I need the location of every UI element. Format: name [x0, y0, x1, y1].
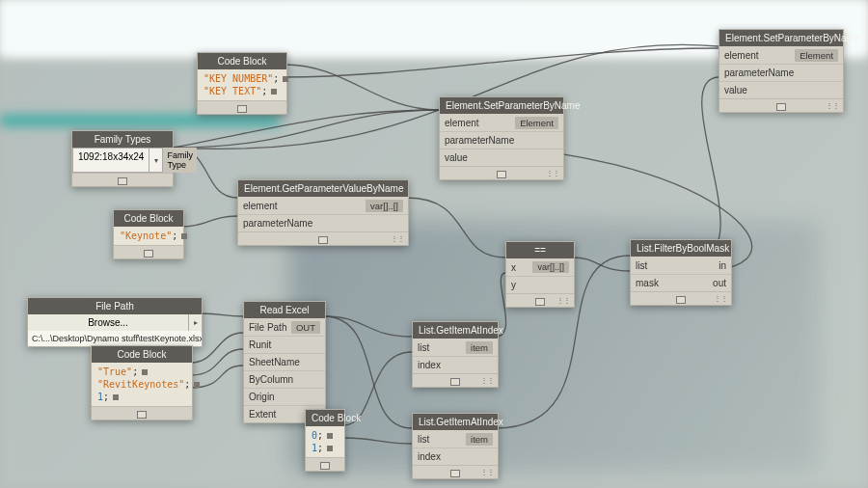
node-get-parameter[interactable]: Element.GetParameterValueByName element …	[237, 179, 409, 246]
input-port-label[interactable]: list	[418, 342, 429, 353]
output-port-label[interactable]: OUT	[291, 321, 320, 334]
lacing-icon[interactable]: ⋮⋮	[480, 376, 494, 385]
code-editor[interactable]: 0; 1;	[306, 426, 344, 457]
lacing-icon[interactable]: ⋮⋮	[714, 294, 727, 303]
node-footer	[306, 457, 344, 471]
input-port-label[interactable]: parameterName	[243, 218, 312, 229]
node-code-block-2[interactable]: Code Block "Keynote";	[113, 209, 184, 259]
node-title[interactable]: Element.SetParameterByName	[440, 97, 563, 114]
node-title[interactable]: Code Block	[92, 346, 192, 363]
input-port-label[interactable]: element	[445, 118, 479, 128]
node-footer: ⋮⋮	[506, 293, 574, 307]
output-port-label[interactable]: var[]..[]	[366, 200, 403, 212]
node-title[interactable]: List.FilterByBoolMask	[631, 240, 731, 257]
input-port-label[interactable]: File Path	[249, 322, 286, 333]
node-footer	[198, 100, 286, 114]
node-get-item-1[interactable]: List.GetItemAtIndex list item index ⋮⋮	[412, 321, 499, 388]
node-title[interactable]: List.GetItemAtIndex	[413, 322, 498, 339]
expand-preview-icon[interactable]	[450, 470, 460, 477]
node-title[interactable]: Element.SetParameterByName	[719, 30, 843, 46]
output-port-label[interactable]: Element	[795, 49, 838, 62]
node-title[interactable]: Element.GetParameterValueByName	[238, 180, 408, 197]
node-title[interactable]: Read Excel	[244, 302, 325, 318]
expand-preview-icon[interactable]	[676, 296, 686, 304]
input-port-label[interactable]: y	[511, 280, 516, 290]
node-footer: ⋮⋮	[238, 231, 408, 245]
expand-preview-icon[interactable]	[450, 378, 460, 386]
family-type-dropdown[interactable]: 1092:18x34x24 ▾	[72, 148, 163, 173]
lacing-icon[interactable]: ⋮⋮	[546, 169, 559, 177]
node-code-block-4[interactable]: Code Block 0; 1;	[305, 409, 345, 472]
node-title[interactable]: ==	[506, 242, 574, 258]
node-set-parameter-2[interactable]: Element.SetParameterByName element Eleme…	[719, 29, 844, 113]
expand-preview-icon[interactable]	[144, 250, 153, 258]
node-title[interactable]: Code Block	[306, 410, 344, 426]
node-title[interactable]: Code Block	[198, 53, 286, 69]
node-title[interactable]: Code Block	[114, 210, 183, 227]
node-footer: ⋮⋮	[413, 373, 498, 387]
output-port-label[interactable]: item	[466, 341, 493, 354]
input-port-label[interactable]: index	[418, 360, 441, 370]
node-code-block-1[interactable]: Code Block "KEY NUMBER"; "KEY TEXT";	[197, 52, 287, 115]
node-family-types[interactable]: Family Types 1092:18x34x24 ▾ Family Type	[71, 130, 174, 187]
node-footer	[114, 245, 183, 258]
code-editor[interactable]: "True"; "RevitKeynotes"; 1;	[92, 363, 192, 406]
expand-preview-icon[interactable]	[237, 105, 247, 113]
input-port-label[interactable]: Runit	[249, 339, 271, 350]
output-port-label[interactable]: Element	[515, 117, 558, 129]
lacing-icon[interactable]: ⋮⋮	[480, 468, 494, 476]
node-title[interactable]: Family Types	[72, 131, 173, 148]
expand-preview-icon[interactable]	[137, 411, 147, 419]
lacing-icon[interactable]: ⋮⋮	[556, 296, 570, 305]
input-port-label[interactable]: Origin	[249, 392, 275, 402]
output-port-label: Family Type	[163, 148, 197, 173]
node-title[interactable]: File Path	[28, 298, 202, 314]
code-editor[interactable]: "KEY NUMBER"; "KEY TEXT";	[198, 69, 286, 100]
output-port-label[interactable]: out	[713, 278, 726, 288]
lacing-icon[interactable]: ⋮⋮	[826, 101, 839, 110]
browse-button[interactable]: Browse... ▸	[28, 314, 202, 331]
input-port-label[interactable]: parameterName	[445, 135, 514, 146]
input-port-label[interactable]: ByColumn	[249, 374, 293, 385]
chevron-right-icon[interactable]: ▸	[188, 314, 202, 331]
input-port-label[interactable]: value	[445, 152, 468, 163]
output-port-label[interactable]: var[]..[]	[532, 261, 569, 273]
expand-preview-icon[interactable]	[535, 298, 545, 306]
input-port-label[interactable]: value	[724, 85, 747, 95]
expand-preview-icon[interactable]	[318, 236, 328, 244]
lacing-icon[interactable]: ⋮⋮	[391, 234, 404, 243]
node-equals[interactable]: == x var[]..[] y ⋮⋮	[505, 241, 575, 308]
input-port-label[interactable]: SheetName	[249, 357, 300, 367]
output-port-label[interactable]: item	[466, 433, 493, 446]
input-port-label[interactable]: element	[724, 50, 759, 61]
node-footer	[92, 406, 192, 420]
node-footer	[72, 173, 173, 186]
expand-preview-icon[interactable]	[776, 103, 786, 111]
expand-preview-icon[interactable]	[497, 171, 506, 178]
node-read-excel[interactable]: Read Excel File Path OUT Runit SheetName…	[243, 301, 326, 423]
node-footer: ⋮⋮	[719, 98, 843, 112]
input-port-label[interactable]: mask	[636, 278, 659, 288]
expand-preview-icon[interactable]	[320, 462, 330, 470]
file-path-value: C:\...\Desktop\Dynamo stuff\testKeynote.…	[28, 331, 202, 346]
input-port-label[interactable]: list	[636, 260, 647, 271]
input-port-label[interactable]: Extent	[249, 409, 276, 420]
node-get-item-2[interactable]: List.GetItemAtIndex list item index ⋮⋮	[412, 413, 499, 479]
node-file-path[interactable]: File Path Browse... ▸ C:\...\Desktop\Dyn…	[27, 297, 203, 347]
node-footer: ⋮⋮	[440, 166, 563, 179]
input-port-label[interactable]: index	[418, 451, 441, 462]
input-port-label[interactable]: element	[243, 201, 278, 211]
input-port-label[interactable]: parameterName	[724, 68, 794, 78]
code-editor[interactable]: "Keynote";	[114, 227, 183, 245]
output-port-label[interactable]: in	[719, 260, 726, 271]
input-port-label[interactable]: x	[511, 262, 516, 273]
node-filter-by-bool-mask[interactable]: List.FilterByBoolMask list in mask out ⋮…	[630, 239, 732, 306]
node-footer: ⋮⋮	[631, 291, 731, 305]
expand-preview-icon[interactable]	[118, 177, 127, 185]
node-code-block-3[interactable]: Code Block "True"; "RevitKeynotes"; 1;	[91, 345, 193, 420]
chevron-down-icon[interactable]: ▾	[149, 149, 162, 172]
node-title[interactable]: List.GetItemAtIndex	[413, 414, 498, 430]
input-port-label[interactable]: list	[418, 434, 429, 445]
node-set-parameter-1[interactable]: Element.SetParameterByName element Eleme…	[439, 96, 564, 180]
node-footer: ⋮⋮	[413, 465, 498, 478]
